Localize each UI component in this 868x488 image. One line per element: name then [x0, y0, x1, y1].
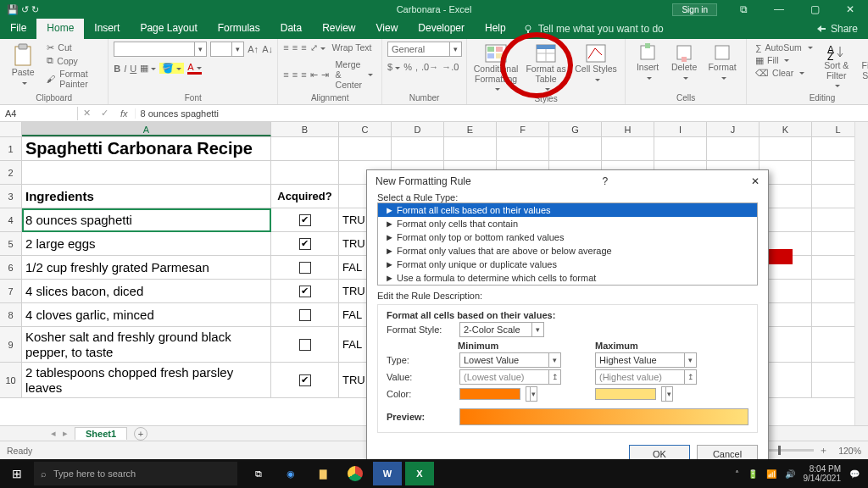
border-button[interactable]: ▦ — [140, 63, 156, 74]
min-value-input[interactable]: (Lowest value)↥ — [459, 369, 561, 385]
cell-acquired[interactable] — [271, 208, 339, 231]
cell[interactable] — [271, 161, 339, 184]
cell-ingredient[interactable]: 4 slices bacon, diced — [22, 280, 271, 302]
format-as-table-button[interactable]: Format as Table — [522, 42, 570, 94]
start-button[interactable]: ⊞ — [0, 467, 34, 480]
row-header[interactable]: 4 — [0, 208, 22, 231]
minimize-icon[interactable]: ― — [761, 3, 797, 15]
align-bot-icon[interactable]: ≡ — [301, 42, 306, 53]
decrease-font-icon[interactable]: A↓ — [262, 44, 273, 54]
merge-button[interactable]: Merge & Center — [332, 58, 377, 91]
cell-acquired[interactable] — [271, 232, 339, 255]
formula-input[interactable]: 8 ounces spaghetti — [136, 107, 868, 120]
align-left-icon[interactable]: ≡ — [283, 69, 288, 80]
ribbon-options-icon[interactable]: ⧉ — [726, 3, 761, 15]
italic-button[interactable]: I — [124, 64, 126, 74]
col-header-a[interactable]: A — [22, 122, 271, 136]
cell-ingredient[interactable]: 8 ounces spaghetti — [22, 208, 271, 231]
fx-enter-icon[interactable]: ✓ — [96, 108, 114, 119]
tab-file[interactable]: File — [0, 19, 36, 39]
fx-icon[interactable]: fx — [114, 108, 136, 119]
autosum-button[interactable]: ∑ AutoSum — [752, 42, 816, 53]
col-header-k[interactable]: K — [760, 122, 812, 136]
cell-ingredient[interactable]: 2 large eggs — [22, 232, 271, 255]
tray-up-icon[interactable]: ˄ — [735, 469, 739, 479]
cell[interactable] — [602, 137, 654, 160]
align-top-icon[interactable]: ≡ — [283, 42, 288, 53]
checkbox[interactable] — [299, 374, 311, 386]
sign-in-button[interactable]: Sign in — [672, 3, 717, 16]
share-button[interactable]: Share — [816, 19, 858, 39]
tab-developer[interactable]: Developer — [408, 19, 475, 39]
name-box[interactable]: A4 — [0, 107, 78, 120]
col-header-e[interactable]: E — [444, 122, 497, 136]
max-value-input[interactable]: (Highest value)↥ — [595, 369, 697, 385]
dec-decimal-icon[interactable]: →.0 — [442, 62, 459, 72]
tab-formulas[interactable]: Formulas — [208, 19, 270, 39]
min-color-picker[interactable] — [459, 388, 520, 400]
dialog-close-icon[interactable]: ✕ — [751, 175, 760, 187]
wrap-text-button[interactable]: Wrap Text — [329, 42, 376, 53]
tray-notifications-icon[interactable]: 💬 — [849, 469, 860, 479]
sheet-nav-prev-icon[interactable]: ◂ — [51, 428, 56, 439]
align-right-icon[interactable]: ≡ — [301, 69, 306, 80]
row-header[interactable]: 2 — [0, 161, 22, 184]
max-type-dropdown[interactable]: Highest Value▾ — [595, 352, 697, 368]
checkbox[interactable] — [299, 262, 311, 274]
tab-data[interactable]: Data — [270, 19, 312, 39]
min-type-dropdown[interactable]: Lowest Value▾ — [459, 352, 561, 368]
cell-styles-button[interactable]: Cell Styles — [572, 42, 620, 84]
col-header-f[interactable]: F — [497, 122, 549, 136]
bold-button[interactable]: B — [114, 64, 120, 74]
row-header[interactable]: 10 — [0, 363, 22, 397]
tab-home[interactable]: Home — [36, 19, 84, 39]
task-view-icon[interactable]: ⧉ — [244, 462, 273, 485]
checkbox[interactable] — [299, 339, 311, 351]
cell[interactable] — [392, 137, 444, 160]
taskbar-word-icon[interactable]: W — [373, 462, 402, 485]
delete-cells-button[interactable]: Delete — [667, 42, 701, 82]
tray-wifi-icon[interactable]: 📶 — [766, 469, 776, 479]
tab-review[interactable]: Review — [312, 19, 365, 39]
cell[interactable] — [549, 137, 602, 160]
underline-button[interactable]: U — [130, 64, 136, 74]
col-header-g[interactable]: G — [549, 122, 602, 136]
format-cells-button[interactable]: Format — [704, 42, 741, 82]
font-family[interactable]: ▾ — [114, 42, 207, 57]
currency-icon[interactable]: $ — [387, 62, 400, 72]
cell[interactable] — [760, 137, 812, 160]
cell[interactable] — [707, 137, 760, 160]
cell-ingredient[interactable]: 2 tablespoons chopped fresh parsley leav… — [22, 363, 271, 397]
rule-type-0[interactable]: ► Format all cells based on their values — [378, 203, 757, 217]
checkbox[interactable] — [299, 286, 311, 297]
cell[interactable] — [444, 137, 497, 160]
cell-acquired[interactable] — [271, 363, 339, 397]
row-header[interactable]: 8 — [0, 303, 22, 326]
format-style-dropdown[interactable]: 2-Color Scale▾ — [459, 322, 544, 337]
fx-cancel-icon[interactable]: ✕ — [78, 108, 96, 119]
taskbar-explorer-icon[interactable]: ▇ — [309, 462, 337, 485]
col-header-i[interactable]: I — [654, 122, 707, 136]
font-size[interactable]: ▾ — [210, 42, 244, 57]
tray-clock[interactable]: 8:04 PM 9/14/2021 — [804, 464, 842, 483]
sort-filter-button[interactable]: AZSort & Filter — [819, 42, 854, 91]
inc-decimal-icon[interactable]: .0→ — [421, 62, 438, 72]
conditional-formatting-button[interactable]: Conditional Formatting — [472, 42, 520, 94]
align-center-icon[interactable]: ≡ — [292, 69, 298, 80]
col-header-d[interactable]: D — [392, 122, 444, 136]
cell[interactable] — [497, 137, 549, 160]
max-color-picker[interactable] — [595, 388, 656, 400]
cell-hdr-b[interactable]: Acquired? — [271, 185, 339, 208]
col-header-j[interactable]: J — [707, 122, 760, 136]
row-header[interactable]: 9 — [0, 327, 22, 362]
rule-type-list[interactable]: ► Format all cells based on their values… — [377, 202, 758, 286]
cell-acquired[interactable] — [271, 256, 339, 279]
rule-type-3[interactable]: ► Format only values that are above or b… — [378, 244, 757, 258]
vertical-scrollbar[interactable] — [854, 122, 868, 425]
percent-icon[interactable]: % — [403, 62, 412, 72]
checkbox[interactable] — [299, 238, 311, 250]
indent-dec-icon[interactable]: ⇤ — [310, 69, 318, 80]
row-1[interactable]: 1Spaghetti Carbonara Recipe — [0, 137, 868, 161]
checkbox[interactable] — [299, 214, 311, 226]
comma-icon[interactable]: , — [415, 62, 418, 72]
